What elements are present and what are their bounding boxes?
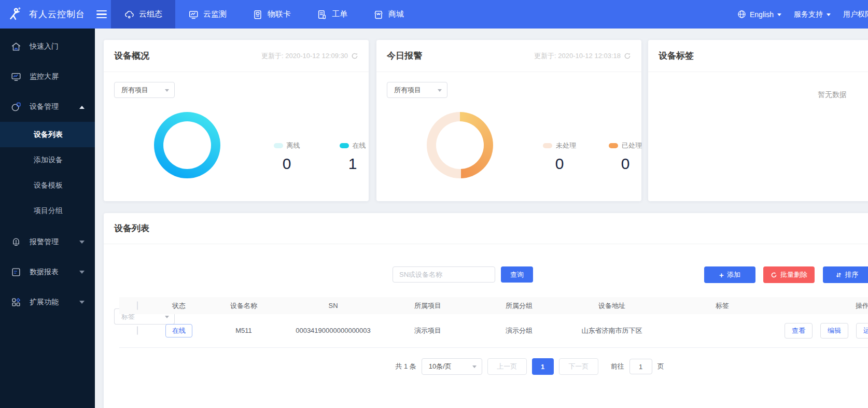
current-page-button[interactable]: 1 [532,358,554,375]
chevron-down-icon [79,301,85,306]
menu-toggle-icon[interactable] [96,10,107,19]
col-actions: 操作 [785,297,868,314]
page-size-select[interactable]: 10条/页 [422,358,482,375]
prev-page-button[interactable]: 上一页 [487,358,527,375]
sidebar-item-label: 扩展功能 [30,298,59,307]
legend-label: 离线 [287,141,300,150]
sidebar-item-label: 报警管理 [30,237,59,247]
service-support-menu[interactable]: 服务支持 [794,10,831,19]
user-label: 用户权限 [843,10,868,19]
device-name-cell: M511 [202,314,285,347]
support-label: 服务支持 [794,10,823,19]
edit-button[interactable]: 编辑 [820,323,848,339]
select-all-checkbox[interactable] [137,301,138,310]
globe-icon [737,10,746,19]
legend-online[interactable]: 在线 1 [324,141,381,173]
legend-offline[interactable]: 离线 0 [258,141,315,173]
project-filter-select[interactable]: 所有项目 [114,82,175,98]
empty-data-text: 暂无数据 [804,90,861,100]
chevron-down-icon [777,13,781,18]
group-cell: 演示分组 [474,314,564,347]
button-label: 排序 [845,270,859,279]
project-filter-select[interactable]: 所有项目 [387,82,447,98]
tab-label: 物联卡 [268,9,291,19]
sim-card-icon [253,9,263,20]
sidebar-item-project-group[interactable]: 项目分组 [0,198,95,223]
submenu-label: 设备列表 [34,130,63,139]
batch-delete-button[interactable]: 批量删除 [763,266,815,283]
cloud-icon [124,9,134,20]
language-switcher[interactable]: English [737,10,781,19]
section-title: 设备列表 [114,222,149,234]
sidebar-item-extended-functions[interactable]: 扩展功能 [0,287,95,317]
home-icon [10,41,22,52]
sidebar-item-label: 设备管理 [30,102,59,111]
legend-handled[interactable]: 已处理 0 [597,141,654,173]
tab-cloud-scada[interactable]: 云组态 [111,0,175,29]
sidebar-item-device-management[interactable]: 设备管理 [0,92,95,122]
add-button[interactable]: + 添加 [704,266,755,283]
table-row: 在线 M511 00034190000000000003 演示项目 演示分组 山… [119,314,868,347]
chevron-down-icon [79,241,85,246]
button-label: 添加 [727,270,740,279]
legend-value: 1 [324,155,381,173]
row-actions: 查看 编辑 运维 [785,323,868,339]
alarm-bell-icon [10,236,22,248]
view-button[interactable]: 查看 [785,323,813,339]
col-sn: SN [285,297,381,314]
sidebar: 快速入门 监控大屏 设备管理 设备列表 添加设备 设备模板 [0,29,95,408]
ops-button[interactable]: 运维 [856,323,868,339]
tab-work-order[interactable]: 工单 [304,0,360,29]
pagination: 共 1 条 10条/页 上一页 1 下一页 前往 页 [119,358,868,375]
total-count: 共 1 条 [395,362,416,371]
row-checkbox[interactable] [137,326,138,335]
tab-mall[interactable]: 商城 [360,0,417,29]
device-submenu: 设备列表 添加设备 设备模板 项目分组 [0,122,95,223]
search-input[interactable] [393,266,495,283]
goto-page-input[interactable] [629,359,652,374]
sidebar-item-data-reports[interactable]: 数据报表 [0,257,95,287]
sidebar-item-add-device[interactable]: 添加设备 [0,147,95,173]
table-header-row: 状态 设备名称 SN 所属项目 所属分组 设备地址 标签 操作 [119,297,868,314]
refresh-icon[interactable] [624,52,631,60]
tab-cloud-monitor[interactable]: 云监测 [175,0,240,29]
sidebar-item-alarm-management[interactable]: 报警管理 [0,227,95,257]
sidebar-item-device-template[interactable]: 设备模板 [0,173,95,198]
sidebar-item-device-list[interactable]: 设备列表 [0,122,95,147]
status-badge: 在线 [165,324,192,337]
monitor-icon [188,9,199,20]
brand-name: 有人云控制台 [29,8,85,20]
device-status-donut-chart [154,112,220,178]
tab-iot-card[interactable]: 物联卡 [240,0,304,29]
screen-icon [10,71,22,82]
user-menu[interactable]: 用户权限 [843,10,868,19]
col-address: 设备地址 [564,297,660,314]
sidebar-item-quick-start[interactable]: 快速入门 [0,32,95,62]
chevron-down-icon [438,89,442,94]
sort-button[interactable]: 排序 [823,266,868,283]
address-cell: 山东省济南市历下区 [564,314,660,347]
goto-label: 前往 [611,362,624,371]
query-button[interactable]: 查询 [501,266,533,283]
updated-text: 更新于: 2020-10-12 12:03:18 [534,51,621,61]
chevron-down-icon [165,89,169,94]
brand: 有人云控制台 [7,0,107,29]
device-overview-card: 设备概况 更新于: 2020-10-12 12:09:30 所有项目 离线 [104,40,369,201]
logo-person-icon [7,7,23,22]
sn-cell: 00034190000000000003 [285,314,381,347]
legend-unhandled[interactable]: 未处理 0 [531,141,588,173]
chevron-down-icon [472,365,477,370]
card-title: 今日报警 [387,50,422,62]
sidebar-item-monitor-screen[interactable]: 监控大屏 [0,62,95,92]
plus-icon: + [719,271,724,279]
col-group: 所属分组 [474,297,564,314]
legend-swatch [543,143,552,148]
legend-swatch [274,143,283,148]
next-page-button[interactable]: 下一页 [559,358,598,375]
col-device-name: 设备名称 [202,297,285,314]
device-tags-card: 设备标签 更新于: 暂无数据 [648,40,868,201]
refresh-icon[interactable] [351,52,358,60]
topbar: 有人云控制台 云组态 云监测 [0,0,868,29]
device-pie-icon [10,101,22,112]
work-order-icon [317,9,327,20]
